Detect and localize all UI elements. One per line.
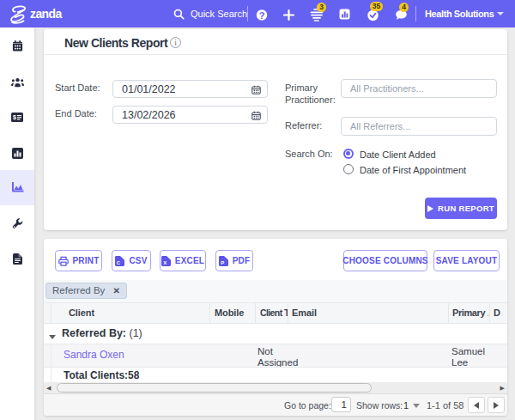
svg-text:X: X xyxy=(163,259,167,265)
svg-text:$: $ xyxy=(13,114,16,121)
svg-text:C: C xyxy=(117,259,121,265)
svg-text:P: P xyxy=(221,259,224,265)
svg-text:?: ? xyxy=(259,10,265,21)
